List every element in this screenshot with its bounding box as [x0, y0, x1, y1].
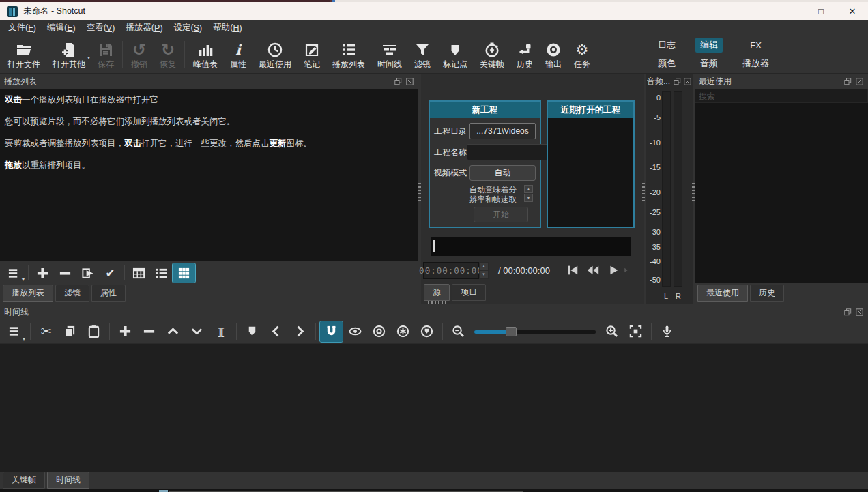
layout-player-button[interactable]: 播放器: [738, 56, 774, 71]
layout-color-button[interactable]: 颜色: [653, 56, 680, 71]
prev-marker-button[interactable]: [265, 321, 287, 342]
scroll-down-icon[interactable]: ▼: [524, 194, 533, 202]
float-panel-icon[interactable]: [843, 307, 852, 317]
fast-forward-button[interactable]: [624, 262, 633, 278]
splitter-handle[interactable]: [692, 183, 695, 201]
tab-history[interactable]: 历史: [750, 285, 784, 302]
toolbar-filters-button[interactable]: 滤镜: [408, 39, 437, 70]
toolbar-undo-button[interactable]: ↺ 撤销: [125, 39, 154, 70]
toolbar-open-other-button[interactable]: 打开其他 ▾: [46, 39, 91, 70]
lift-button[interactable]: [162, 321, 184, 342]
ripple-markers-button[interactable]: [416, 321, 438, 342]
timeline-menu-button[interactable]: ▾: [3, 321, 26, 342]
recent-files-list[interactable]: [695, 103, 868, 283]
ripple-button[interactable]: [368, 321, 390, 342]
marker-button[interactable]: [241, 321, 263, 342]
start-button[interactable]: 开始: [474, 207, 528, 222]
cut-button[interactable]: ✂: [35, 321, 57, 342]
rewind-button[interactable]: [583, 262, 603, 278]
toolbar-recent-button[interactable]: 最近使用: [252, 39, 298, 70]
scroll-up-icon[interactable]: ▲: [524, 185, 533, 193]
menu-view[interactable]: 查看(V): [81, 20, 121, 35]
video-mode-button[interactable]: 自动: [469, 165, 536, 181]
menu-settings[interactable]: 设定(S): [169, 20, 208, 35]
zoom-slider[interactable]: [474, 321, 596, 342]
layout-fx-button[interactable]: FX: [745, 39, 766, 52]
toolbar-open-file-button[interactable]: 打开文件: [1, 39, 46, 70]
playlist-remove-button[interactable]: [54, 263, 76, 283]
ripple-all-tracks-button[interactable]: [392, 321, 414, 342]
playlist-add-button[interactable]: [31, 263, 54, 283]
menu-help[interactable]: 帮助(H): [207, 20, 247, 35]
record-audio-button[interactable]: [656, 321, 678, 342]
tab-timeline[interactable]: 时间线: [47, 472, 89, 489]
seek-bar[interactable]: [431, 237, 631, 256]
close-panel-icon[interactable]: [682, 76, 692, 86]
toolbar-redo-button[interactable]: ↻ 恢复: [154, 39, 182, 70]
float-panel-icon[interactable]: [843, 76, 852, 86]
toolbar-playlist-button[interactable]: 播放列表: [326, 39, 371, 70]
toolbar-keyframes-button[interactable]: 关键帧: [474, 39, 510, 70]
playlist-open-clip-button[interactable]: [76, 263, 99, 283]
float-panel-icon[interactable]: [393, 76, 403, 86]
view-icons-button[interactable]: [173, 263, 195, 283]
layout-editing-button[interactable]: 编辑: [695, 38, 723, 53]
toolbar-peak-meter-button[interactable]: 峰值表: [187, 39, 224, 70]
ripple-delete-button[interactable]: [138, 321, 160, 342]
scrub-while-dragging-button[interactable]: [344, 321, 366, 342]
toolbar-properties-button[interactable]: i 属性: [224, 39, 252, 70]
play-button[interactable]: [603, 262, 624, 278]
view-details-button[interactable]: [128, 263, 150, 283]
maximize-button[interactable]: □: [805, 2, 837, 20]
layout-logs-button[interactable]: 日志: [653, 38, 680, 53]
timeline-tracks-area[interactable]: [0, 344, 868, 472]
copy-button[interactable]: [59, 321, 81, 342]
close-panel-icon[interactable]: [854, 307, 864, 317]
toolbar-timeline-button[interactable]: 时间线: [371, 39, 408, 70]
toolbar-markers-button[interactable]: 标记点: [437, 39, 474, 70]
toolbar-save-button[interactable]: 保存: [91, 39, 120, 70]
tab-filters[interactable]: 滤镜: [55, 285, 89, 302]
splitter-handle[interactable]: [428, 301, 446, 304]
close-panel-icon[interactable]: [405, 76, 414, 86]
close-panel-icon[interactable]: [854, 76, 864, 86]
minimize-button[interactable]: —: [774, 2, 805, 20]
zoom-out-button[interactable]: [447, 321, 469, 342]
tab-keyframes[interactable]: 关键帧: [3, 472, 45, 489]
zoom-fit-button[interactable]: [624, 321, 647, 342]
menu-player[interactable]: 播放器(P): [120, 20, 168, 35]
zoom-slider-handle[interactable]: [506, 327, 517, 336]
tab-project[interactable]: 项目: [452, 284, 486, 301]
toolbar-export-button[interactable]: 输出: [539, 39, 568, 70]
menu-file[interactable]: 文件(F): [3, 20, 42, 35]
layout-audio-button[interactable]: 音频: [695, 56, 723, 71]
tab-source[interactable]: 源: [424, 284, 450, 301]
timecode-down-icon[interactable]: ▼: [479, 270, 489, 279]
position-timecode[interactable]: 00:00:00:00: [423, 262, 479, 279]
recent-search-input[interactable]: [695, 89, 868, 103]
playlist-update-button[interactable]: ✔: [99, 263, 121, 283]
splitter-handle[interactable]: [418, 183, 421, 201]
paste-button[interactable]: [83, 321, 105, 342]
project-folder-combo[interactable]: ...7371\Videos: [469, 123, 536, 139]
append-button[interactable]: [114, 321, 136, 342]
zoom-in-button[interactable]: [601, 321, 623, 342]
toolbar-jobs-button[interactable]: ⚙ 任务: [568, 39, 596, 70]
splitter-handle[interactable]: [642, 183, 645, 201]
next-marker-button[interactable]: [289, 321, 311, 342]
tab-recent[interactable]: 最近使用: [697, 285, 748, 302]
tab-playlist[interactable]: 播放列表: [3, 285, 53, 302]
snap-button[interactable]: [320, 321, 343, 342]
split-button[interactable]: ][: [209, 321, 232, 342]
toolbar-notes-button[interactable]: 笔记: [298, 39, 326, 70]
menu-edit[interactable]: 编辑(E): [42, 20, 81, 35]
float-panel-icon[interactable]: [672, 76, 682, 86]
playlist-menu-button[interactable]: ▾: [3, 263, 25, 283]
toolbar-history-button[interactable]: 历史: [510, 39, 539, 70]
view-tiles-button[interactable]: [150, 263, 173, 283]
skip-start-button[interactable]: [562, 262, 583, 278]
close-button[interactable]: ✕: [837, 2, 868, 20]
overwrite-button[interactable]: [186, 321, 208, 342]
tab-properties[interactable]: 属性: [91, 285, 126, 302]
timecode-up-icon[interactable]: ▲: [479, 262, 489, 271]
